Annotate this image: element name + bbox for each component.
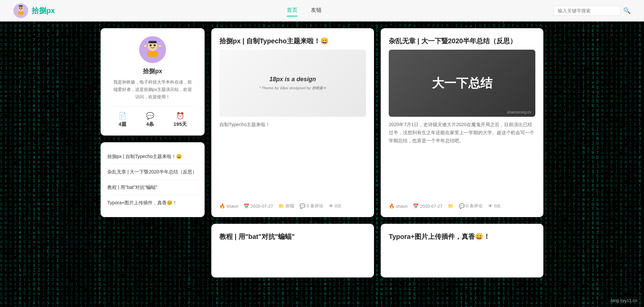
article-meta-2: 🔥 shaun 📅 2020-07-27 📁 💬 0 条评论 👁 0次 [389,203,535,209]
nav-home[interactable]: 首页 [287,7,298,15]
days-icon: ⏰ [176,112,184,120]
bottom-placeholder [101,224,205,277]
logo-avatar [13,3,28,18]
article-thumbnail-1: 18px is a design * Theme by 18px designe… [219,50,366,117]
comments-icon: 💬 [146,112,154,120]
meta-views-2: 👁 0次 [488,203,501,209]
search-icon[interactable]: 🔍 [623,7,631,14]
comments-count: 4条 [146,121,154,127]
article-list-card: 拾捌px | 自制Typecho主题来啦！😄 杂乱无章 | 大一下暨2020半年… [101,142,205,217]
list-item[interactable]: 教程 | 用"bat"对抗"蝙蝠" [107,180,198,195]
profile-card: 拾捌px 我是孙铁扬，电子科技大学本科在读，前端爱好者，这是拾捌px主题演示站，… [101,28,205,136]
stat-articles: 📄 4篇 [118,112,127,127]
site-title: 拾捌px [32,6,55,16]
stat-comments: 💬 4条 [146,112,154,127]
views-icon-1: 👁 [329,203,333,209]
svg-point-1 [18,6,23,11]
thumbnail-sub-2: shannyrong.cn [507,110,531,114]
meta-author-2: 🔥 shaun [389,203,408,209]
article-meta-1: 🔥 shaun 📅 2020-07-27 📁 前端 💬 0 条评论 👁 0次 [219,203,366,209]
list-item[interactable]: 杂乱无章 | 大一下暨2020半年总结（反思） [107,164,198,180]
date-icon-1: 📅 [244,203,249,209]
days-count: 195天 [173,121,187,127]
main-nav: 首页 友链 [55,7,553,15]
svg-rect-8 [147,51,158,57]
author-label-2: shaun [396,204,408,209]
date-label-1: 2020-07-27 [251,204,273,209]
bottom-row: 教程 | 用"bat"对抗"蝙蝠" Typora+图片上传插件，真香😀！ [87,224,557,284]
article-title-4[interactable]: Typora+图片上传插件，真香😀！ [389,232,535,241]
svg-rect-12 [144,45,147,47]
nav-friends[interactable]: 友链 [311,7,322,15]
author-label-1: shaun [226,204,238,209]
thumbnail-text-2: 大一下总结 [432,75,492,92]
profile-bio: 我是孙铁扬，电子科技大学本科在读，前端爱好者，这是拾捌px主题演示站，欢迎访问，… [109,79,197,101]
logo[interactable]: 拾捌px [13,3,55,18]
header: 拾捌px 首页 友链 🔍 [0,0,644,21]
comments-label-2: 0 条评论 [466,203,483,209]
search-input[interactable] [553,6,621,16]
article-title-3[interactable]: 教程 | 用"bat"对抗"蝙蝠" [219,232,366,241]
profile-stats: 📄 4篇 💬 4条 ⏰ 195天 [109,112,197,127]
profile-avatar [139,36,166,63]
left-column: 拾捌px 我是孙铁扬，电子科技大学本科在读，前端爱好者，这是拾捌px主题演示站，… [101,28,205,217]
article-excerpt-1: 自制Typecho主题来啦！ [219,121,366,199]
meta-views-1: 👁 0次 [329,203,341,209]
article-title-2[interactable]: 杂乱无章 | 大一下暨2020半年总结（反思） [389,36,535,46]
article-card-1: 拾捌px | 自制Typecho主题来啦！😄 18px is a design … [211,28,374,217]
meta-author-1: 🔥 shaun [219,203,238,209]
svg-point-4 [21,7,22,9]
list-item[interactable]: Typora+图片上传插件，真香😊！ [107,195,198,210]
article-thumbnail-2: 大一下总结 shannyrong.cn [389,50,535,117]
folder-icon-2: 📁 [448,203,453,209]
main-content: 拾捌px 我是孙铁扬，电子科技大学本科在读，前端爱好者，这是拾捌px主题演示站，… [87,21,557,224]
category-label-1: 前端 [285,203,294,209]
article-card-4: Typora+图片上传插件，真香😀！ [381,224,543,277]
svg-point-3 [19,7,20,9]
svg-rect-11 [149,41,157,43]
views-icon-2: 👁 [488,203,493,209]
articles-icon: 📄 [118,112,127,120]
date-icon-2: 📅 [413,203,419,209]
meta-comments-1: 💬 0 条评论 [300,203,323,209]
views-label-2: 0次 [494,203,501,209]
article-card-3: 教程 | 用"bat"对抗"蝙蝠" [211,224,374,277]
svg-rect-5 [19,5,23,7]
svg-point-9 [150,44,152,46]
comment-icon-2: 💬 [459,203,465,209]
folder-icon-1: 📁 [278,203,284,209]
date-label-2: 2020-07-27 [420,204,442,209]
article-title-1[interactable]: 拾捌px | 自制Typecho主题来啦！😄 [219,36,366,46]
comments-label-1: 0 条评论 [307,203,323,209]
thumbnail-wrapper-2: 大一下总结 shannyrong.cn [389,50,535,117]
thumbnail-text-1: 18px is a design [269,76,316,83]
svg-point-10 [154,44,156,46]
comment-icon-1: 💬 [300,203,305,209]
svg-rect-2 [18,11,23,15]
search-area: 🔍 [553,6,631,16]
views-label-1: 0次 [335,203,341,209]
meta-category-1: 📁 前端 [278,203,294,209]
svg-rect-13 [159,45,161,47]
profile-divider [109,106,197,106]
thumbnail-sub-1: * Theme by 18px designed by 孙铁扬 ♥ [259,86,326,91]
footer-url: blog.syy11.cn [611,298,638,303]
author-icon-2: 🔥 [389,203,394,209]
stat-days: ⏰ 195天 [173,112,187,127]
meta-date-2: 📅 2020-07-27 [413,203,442,209]
list-item[interactable]: 拾捌px | 自制Typecho主题来啦！😄 [107,149,198,164]
meta-comments-2: 💬 0 条评论 [459,203,483,209]
articles-count: 4篇 [118,121,126,127]
author-icon-1: 🔥 [219,203,225,209]
meta-category-2: 📁 [448,203,453,209]
thumbnail-preview-1: 18px is a design * Theme by 18px designe… [219,50,366,117]
meta-date-1: 📅 2020-07-27 [244,203,273,209]
article-excerpt-2: 2020年7月1日，史诗级灾难大片2020在魔鬼开局之后，目前演出已经过半，没想… [389,121,535,199]
profile-name: 拾捌px [109,67,197,75]
article-card-2: 杂乱无章 | 大一下暨2020半年总结（反思） 大一下总结 shannyrong… [381,28,543,217]
